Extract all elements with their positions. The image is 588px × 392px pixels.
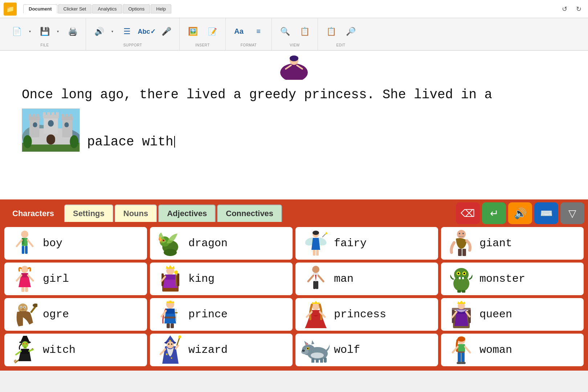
svg-point-57 <box>462 233 464 234</box>
svg-rect-55 <box>462 249 466 256</box>
prince-icon <box>156 300 185 329</box>
search-button[interactable]: 🔍 <box>276 23 294 40</box>
svg-point-149 <box>457 337 465 342</box>
grid-cell-witch[interactable]: witch <box>4 334 147 366</box>
grid-cell-monster[interactable]: monster <box>441 263 584 295</box>
king-label: king <box>188 273 215 285</box>
grid-cell-wolf[interactable]: wolf <box>295 334 438 366</box>
svg-line-76 <box>318 276 323 281</box>
svg-line-90 <box>31 306 36 313</box>
grid-cell-fairy[interactable]: fairy <box>295 227 438 260</box>
svg-rect-101 <box>175 312 177 313</box>
girl-label: girl <box>43 273 69 285</box>
svg-point-53 <box>457 230 466 239</box>
svg-rect-85 <box>459 277 461 279</box>
support-label: SUPPORT <box>123 42 142 47</box>
tab-help[interactable]: Help <box>151 4 171 13</box>
grid-cell-dragon[interactable]: dragon <box>150 227 293 260</box>
redo-button[interactable]: ↻ <box>573 4 584 15</box>
toolbar-group-view: 🔍 📋 VIEW <box>272 18 318 50</box>
monster-label: monster <box>479 273 525 285</box>
volume-button[interactable]: 🔊 <box>90 23 108 40</box>
enter-button[interactable]: ↵ <box>482 202 506 224</box>
svg-point-132 <box>171 343 172 345</box>
svg-line-133 <box>177 337 180 346</box>
svg-line-38 <box>17 240 22 246</box>
save-dropdown[interactable]: ▾ <box>54 24 62 40</box>
svg-rect-151 <box>458 352 461 362</box>
ogre-label: ogre <box>43 308 69 321</box>
svg-rect-11 <box>29 119 40 137</box>
svg-point-32 <box>70 135 78 148</box>
svg-point-130 <box>167 341 174 348</box>
find-button[interactable]: 🔎 <box>342 23 359 40</box>
list-button[interactable]: ☰ <box>118 23 136 40</box>
tab-options[interactable]: Options <box>123 4 150 13</box>
insert-image-button[interactable]: 🖼️ <box>184 23 201 40</box>
svg-rect-15 <box>37 114 39 117</box>
abc-button[interactable]: Abc✓ <box>138 23 155 40</box>
svg-point-131 <box>168 343 170 345</box>
svg-point-42 <box>164 249 177 256</box>
print-button[interactable]: 🖨️ <box>64 23 81 40</box>
grid-cell-woman[interactable]: woman <box>441 334 584 366</box>
font-button[interactable]: Aa <box>230 23 248 40</box>
tab-settings[interactable]: Settings <box>64 205 113 222</box>
grid-cell-wizard[interactable]: ★ ★ ★ ★ <box>150 334 293 366</box>
new-file-dropdown[interactable]: ▾ <box>26 24 34 40</box>
align-button[interactable]: ≡ <box>250 23 267 40</box>
grid-cell-queen[interactable]: queen <box>441 298 584 331</box>
svg-rect-29 <box>48 120 54 127</box>
insert-text-button[interactable]: 📝 <box>204 23 221 40</box>
grid-cell-prince[interactable]: prince <box>150 298 293 331</box>
princess-image <box>278 53 310 80</box>
svg-rect-26 <box>56 112 59 115</box>
svg-point-58 <box>21 266 28 273</box>
svg-rect-77 <box>313 281 316 289</box>
grid-cell-man[interactable]: man <box>295 263 438 295</box>
svg-point-95 <box>24 306 25 308</box>
toolbar-group-edit: 📋 🔎 EDIT <box>318 18 364 50</box>
doc-content-row: palace with <box>22 108 566 152</box>
grid-cell-giant[interactable]: giant <box>441 227 584 260</box>
princess-icon <box>301 300 330 329</box>
svg-rect-52 <box>316 250 319 256</box>
svg-line-155 <box>465 347 470 352</box>
delete-button[interactable]: ⌫ <box>456 202 480 224</box>
speaker-button[interactable]: 🔊 <box>508 202 532 224</box>
man-label: man <box>334 273 354 285</box>
mic-button[interactable]: 🎤 <box>158 23 175 40</box>
tab-clicker-set[interactable]: Clicker Set <box>58 4 92 13</box>
grid-cell-boy[interactable]: boy <box>4 227 147 260</box>
grid-cell-girl[interactable]: girl <box>4 263 147 295</box>
undo-button[interactable]: ↺ <box>559 4 570 15</box>
svg-rect-78 <box>316 281 318 289</box>
svg-point-44 <box>163 240 164 241</box>
grid-cell-ogre[interactable]: ogre <box>4 298 147 331</box>
svg-line-124 <box>29 350 33 351</box>
grid-cell-king[interactable]: king <box>150 263 293 295</box>
svg-rect-118 <box>21 349 29 354</box>
tab-characters[interactable]: Characters <box>4 205 63 222</box>
svg-point-122 <box>26 343 27 344</box>
keyboard-button[interactable]: ⌨️ <box>534 202 558 224</box>
volume-dropdown[interactable]: ▾ <box>108 24 116 40</box>
tab-document[interactable]: Document <box>23 4 57 13</box>
tab-nouns[interactable]: Nouns <box>115 205 157 222</box>
tab-connectives[interactable]: Connectives <box>217 205 282 222</box>
tab-analytics[interactable]: Analytics <box>92 4 122 13</box>
new-file-button[interactable]: 📄 <box>8 23 25 40</box>
grid-cell-princess[interactable]: princess <box>295 298 438 331</box>
castle-image <box>22 108 80 152</box>
svg-rect-106 <box>312 310 320 315</box>
svg-rect-19 <box>65 114 68 117</box>
svg-rect-36 <box>22 246 24 254</box>
app-icon: 📁 <box>4 3 17 16</box>
action-buttons: ⌫ ↵ 🔊 ⌨️ ▽ <box>456 202 584 224</box>
save-button[interactable]: 💾 <box>36 23 53 40</box>
svg-rect-54 <box>458 249 462 256</box>
more-button[interactable]: ▽ <box>560 202 584 224</box>
clipboard-button[interactable]: 📋 <box>322 23 340 40</box>
tab-adjectives[interactable]: Adjectives <box>158 205 216 222</box>
page-button[interactable]: 📋 <box>296 23 313 40</box>
